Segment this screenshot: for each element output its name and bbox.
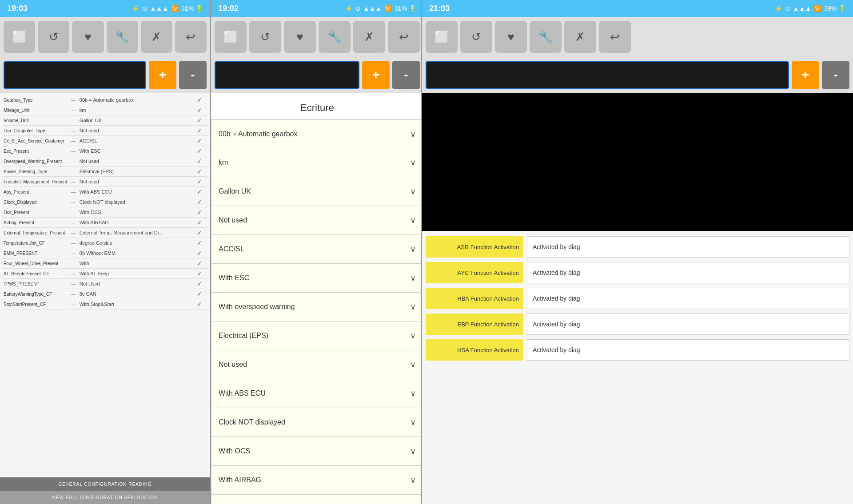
function-label: ASR Function Activation xyxy=(426,236,523,258)
table-row: Esc_Present — With ESC ✓ xyxy=(2,146,208,156)
table-check: ✓ xyxy=(195,167,208,177)
text-input-3[interactable] xyxy=(426,61,789,89)
signal-icon-2: ▲▲▲ xyxy=(363,5,382,12)
minus-button-2[interactable]: - xyxy=(392,61,420,89)
table-key: StopStartPresent_CF xyxy=(2,299,69,310)
function-row: AYC Function Activation Activated by dia… xyxy=(426,261,849,284)
table-sep: — xyxy=(69,177,78,187)
toolbar-btn-window-2[interactable]: ⬜ xyxy=(215,21,247,53)
table-key: Clock_Displayed xyxy=(2,197,69,207)
toolbar-btn-bluetooth[interactable]: ✗ xyxy=(141,21,172,53)
toolbar-btn-window[interactable]: ⬜ xyxy=(4,21,35,53)
chevron-down-icon: ∨ xyxy=(410,129,416,139)
toolbar-btn-refresh-2[interactable]: ↺ xyxy=(249,21,281,53)
table-row: Four_Wheel_Drive_Present — With ✓ xyxy=(2,258,208,269)
text-input-2[interactable] xyxy=(215,61,359,89)
minus-button-3[interactable]: - xyxy=(822,61,849,89)
toolbar-btn-window-3[interactable]: ⬜ xyxy=(426,21,458,53)
toolbar-btn-favorite-3[interactable]: ♥ xyxy=(495,21,527,53)
toolbar-btn-refresh[interactable]: ↺ xyxy=(38,21,69,53)
toolbar-btn-favorite-2[interactable]: ♥ xyxy=(284,21,316,53)
table-sep: — xyxy=(69,126,78,136)
time-1: 19:03 xyxy=(7,4,28,13)
table-value: Not used xyxy=(78,177,195,187)
footer-bar-bottom[interactable]: NEW FULL CONFIGURATION APPLICATION xyxy=(0,491,210,504)
dropdown-item[interactable]: ACC/SL∨ xyxy=(211,235,422,264)
table-value: ACC/SL xyxy=(78,136,195,146)
dropdown-item[interactable]: With ESC∨ xyxy=(211,264,422,293)
toolbar-btn-settings[interactable]: 🔧 xyxy=(107,21,138,53)
toolbar-btn-favorite[interactable]: ♥ xyxy=(72,21,104,53)
config-table-area: Gearbox_Type — 00b = Automatic gearbox ✓… xyxy=(0,93,210,477)
battery-icon-2: 31% 🔋 xyxy=(395,5,416,12)
toolbar-btn-back-2[interactable]: ↩ xyxy=(388,21,420,53)
table-check: ✓ xyxy=(195,187,208,197)
table-value: External Temp. Measurement and Di... xyxy=(78,228,195,238)
bluetooth-icon-3: ⚡ xyxy=(775,5,782,12)
toolbar-btn-refresh-3[interactable]: ↺ xyxy=(460,21,492,53)
status-icons-3: ⚡ ⊙ ▲▲▲ 🛜 39% 🔋 xyxy=(775,5,846,12)
toolbar-2: ⬜ ↺ ♥ 🔧 ✗ ↩ xyxy=(211,17,422,57)
dropdown-label: Not used xyxy=(219,216,247,224)
plus-button-1[interactable]: + xyxy=(149,61,176,89)
dropdown-item[interactable]: Gallon UK∨ xyxy=(211,177,422,206)
table-sep: — xyxy=(69,279,78,289)
table-sep: — xyxy=(69,115,78,126)
toolbar-btn-bluetooth-2[interactable]: ✗ xyxy=(353,21,385,53)
table-key: Power_Steering_Type xyxy=(2,167,69,177)
dropdown-item[interactable]: Not used∨ xyxy=(211,206,422,235)
table-value: With ABS ECU xyxy=(78,187,195,197)
dropdown-item[interactable]: With overspeed warning∨ xyxy=(211,293,422,321)
plus-button-3[interactable]: + xyxy=(792,61,819,89)
battery-icon-3: 39% 🔋 xyxy=(824,5,846,12)
text-input-1[interactable] xyxy=(4,61,146,89)
dropdown-item[interactable]: Clock NOT displayed∨ xyxy=(211,408,422,437)
table-check: ✓ xyxy=(195,95,208,105)
dropdown-item[interactable]: With OCS∨ xyxy=(211,437,422,466)
table-check: ✓ xyxy=(195,228,208,238)
toolbar-btn-back[interactable]: ↩ xyxy=(175,21,207,53)
chevron-down-icon: ∨ xyxy=(410,187,416,196)
dropdown-item[interactable]: With AIRBAG∨ xyxy=(211,466,422,495)
dropdown-label: With OCS xyxy=(219,447,250,455)
table-row: External_Temperature_Present — External … xyxy=(2,228,208,238)
time-3: 21:03 xyxy=(429,4,450,13)
table-row: Freeshift_Management_Present — Not used … xyxy=(2,177,208,187)
table-key: External_Temperature_Present xyxy=(2,228,69,238)
dropdown-item[interactable]: With ABS ECU∨ xyxy=(211,379,422,408)
table-check: ✓ xyxy=(195,126,208,136)
dropdown-item[interactable]: External Temp. Measurement and Display∨ xyxy=(211,495,422,504)
chevron-down-icon: ∨ xyxy=(410,417,416,427)
table-key: Mileage_Unit xyxy=(2,105,69,115)
table-value: With Stop&Start xyxy=(78,299,195,310)
table-check: ✓ xyxy=(195,105,208,115)
table-key: Airbag_Present xyxy=(2,218,69,228)
function-row: EBP Function Activation Activated by dia… xyxy=(426,313,849,336)
table-row: EMM_PRESENT — 0b Without EMM ✓ xyxy=(2,248,208,258)
toolbar-btn-settings-3[interactable]: 🔧 xyxy=(530,21,562,53)
plus-button-2[interactable]: + xyxy=(362,61,390,89)
toolbar-btn-back-3[interactable]: ↩ xyxy=(599,21,631,53)
table-row: Mileage_Unit — km ✓ xyxy=(2,105,208,115)
dropdown-item[interactable]: Electrical (EPS)∨ xyxy=(211,321,422,350)
table-check: ✓ xyxy=(195,258,208,269)
table-key: AT_BeepInPresent_CF xyxy=(2,269,69,279)
table-value: With xyxy=(78,258,195,269)
table-value: With AT Beep xyxy=(78,269,195,279)
dropdown-item[interactable]: km∨ xyxy=(211,148,422,177)
table-key: Volume_Unit xyxy=(2,115,69,126)
toolbar-btn-bluetooth-3[interactable]: ✗ xyxy=(564,21,596,53)
table-key: Gearbox_Type xyxy=(2,95,69,105)
panel-left: 19:03 ⚡ ⊙ ▲▲▲ 🛜 31% 🔋 ⬜ ↺ ♥ 🔧 ✗ ↩ + - Ge… xyxy=(0,0,211,504)
table-value: 8v CAN xyxy=(78,289,195,299)
dropdown-item[interactable]: Not used∨ xyxy=(211,350,422,379)
dropdown-label: 00b = Automatic gearbox xyxy=(219,130,297,138)
dropdown-item[interactable]: 00b = Automatic gearbox∨ xyxy=(211,119,422,148)
toolbar-1: ⬜ ↺ ♥ 🔧 ✗ ↩ xyxy=(0,17,210,57)
minus-button-1[interactable]: - xyxy=(179,61,207,89)
table-row: Power_Steering_Type — Electrical (EPS) ✓ xyxy=(2,167,208,177)
table-check: ✓ xyxy=(195,269,208,279)
toolbar-btn-settings-2[interactable]: 🔧 xyxy=(319,21,351,53)
status-icons-1: ⚡ ⊙ ▲▲▲ 🛜 31% 🔋 xyxy=(132,5,203,12)
table-sep: — xyxy=(69,258,78,269)
